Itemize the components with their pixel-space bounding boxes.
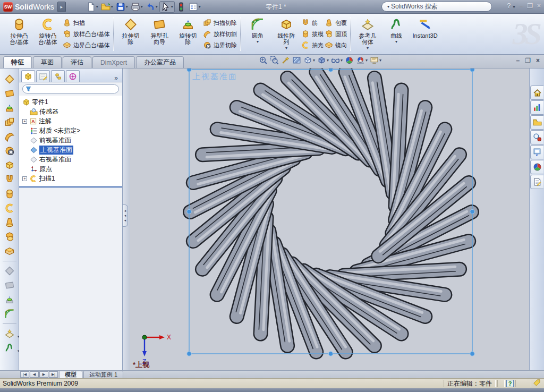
help-button[interactable]: ? ▾ (507, 2, 515, 10)
selection-handle[interactable] (187, 69, 191, 72)
box-icon[interactable] (3, 231, 16, 243)
loft-icon[interactable] (3, 116, 16, 129)
ribbon-button-linear-pattern[interactable]: 线性阵列▾ (273, 15, 300, 53)
dimxpertmanager-tab[interactable] (66, 70, 80, 82)
menu-expand-button[interactable]: ▸ (57, 2, 66, 12)
selection-handle[interactable] (470, 209, 474, 214)
zoom-to-area-icon[interactable] (270, 56, 279, 65)
view-palette-icon[interactable] (530, 145, 543, 159)
tab-办公室产品[interactable]: 办公室产品 (136, 56, 184, 68)
panel-collapse-handle[interactable]: ◂◂◂ (123, 204, 128, 227)
section-view-icon[interactable] (292, 56, 301, 65)
view-orientation-icon[interactable]: ▾ (303, 56, 315, 65)
doc-minimize-button[interactable]: – (516, 57, 520, 64)
rebuild-icon[interactable] (175, 2, 187, 12)
select-icon[interactable]: ▾ (159, 1, 175, 13)
apply-scene-icon[interactable]: ▾ (356, 56, 368, 65)
panel-tabs-overflow[interactable]: » (114, 74, 120, 82)
tree-filter-input[interactable] (22, 84, 119, 93)
ribbon-button-shell[interactable]: 抽壳 (301, 40, 324, 50)
restore-button[interactable]: ❐ (527, 2, 533, 10)
delete-face-icon[interactable] (3, 216, 16, 229)
file-explorer-icon[interactable] (530, 115, 543, 130)
surface-icon[interactable] (3, 159, 16, 172)
featuremanager-tab[interactable] (21, 70, 35, 82)
propertymanager-tab[interactable] (36, 70, 50, 82)
tab-DimXpert[interactable]: DimXpert (92, 56, 135, 68)
hide-show-items-icon[interactable]: ▾ (331, 56, 343, 65)
edit-appearance-icon[interactable] (345, 56, 354, 65)
tab-草图[interactable]: 草图 (33, 56, 62, 68)
panel-splitter[interactable]: ◂◂◂ (123, 69, 130, 370)
model-canvas[interactable]: X Z (130, 69, 529, 370)
doc-close-button[interactable]: × (536, 57, 540, 64)
ribbon-button-mirror[interactable]: 镜向 (325, 40, 347, 50)
tag-icon[interactable] (533, 379, 541, 388)
sweep-icon[interactable] (3, 101, 16, 114)
print-icon[interactable]: ▾ (130, 2, 144, 12)
display-style-icon[interactable]: ▾ (317, 56, 329, 65)
boss-icon[interactable] (3, 173, 16, 186)
design-library-icon[interactable] (530, 100, 543, 115)
shell-icon[interactable] (3, 245, 16, 258)
tab-nav-0[interactable]: |◀ (20, 371, 29, 378)
ribbon-button-extrude-cut[interactable]: 拉伸切除 (117, 15, 144, 53)
ribbon-button-dome[interactable]: 圆顶 (325, 29, 347, 39)
expander-icon[interactable]: + (22, 176, 27, 181)
search-input[interactable]: SolidWorks 搜索 (391, 2, 438, 11)
previous-view-icon[interactable] (281, 56, 290, 65)
solidworks-resources-icon[interactable] (530, 86, 543, 100)
flex-icon[interactable] (3, 202, 16, 215)
plane-gray-icon[interactable] (3, 293, 16, 306)
new-document-icon[interactable]: ▾ (85, 2, 99, 12)
selection-handle[interactable] (328, 69, 333, 72)
ribbon-button-sweep-cut[interactable]: 扫描切除 (203, 18, 237, 28)
selection-handle[interactable] (328, 352, 333, 356)
custom-properties-icon[interactable] (530, 175, 543, 189)
pattern-gray-icon[interactable] (3, 265, 16, 277)
tab-特征[interactable]: 特征 (3, 56, 32, 68)
ribbon-button-revolve-cut[interactable]: 旋转切除 (174, 15, 202, 53)
open-icon[interactable]: ▾ (100, 2, 114, 12)
undo-icon[interactable]: ▾ (144, 2, 159, 12)
plane-feature-icon[interactable] (3, 144, 16, 157)
tree-item-材质 <未指定>[interactable]: 材质 <未指定> (19, 126, 122, 135)
quick-tips-icon[interactable]: ? (506, 380, 514, 387)
doc-tab-模型[interactable]: 模型 (59, 371, 82, 378)
save-icon[interactable]: ▾ (115, 2, 129, 12)
tree-item-上视基准面[interactable]: 上视基准面 (19, 145, 122, 155)
tree-item-传感器[interactable]: 传感器 (19, 107, 122, 116)
ribbon-button-rib[interactable]: 筋 (301, 18, 324, 28)
ribbon-button-revolve-boss[interactable]: 旋转凸台/基体 (34, 15, 62, 53)
graphics-viewport[interactable]: X Z 上视基准面 *上视 (130, 69, 529, 370)
tab-nav-2[interactable]: ▶ (39, 371, 48, 378)
tree-item-零件1[interactable]: 零件1 (19, 97, 122, 107)
options-icon[interactable]: ▾ (188, 2, 202, 12)
search-tab-icon[interactable] (530, 130, 543, 144)
configurationmanager-tab[interactable] (51, 70, 65, 82)
reference-geometry-icon[interactable]: ▾ (3, 327, 16, 340)
ribbon-button-reference-geometry[interactable]: 参考几何体▾ (354, 15, 381, 53)
expander-icon[interactable]: + (22, 119, 27, 124)
ribbon-button-sweep[interactable]: 扫描 (63, 18, 110, 28)
tree-item-前视基准面[interactable]: 前视基准面 (19, 135, 122, 145)
tab-nav-1[interactable]: ◀ (30, 371, 39, 378)
tree-item-右视基准面[interactable]: 右视基准面 (19, 155, 122, 164)
tree-item-原点[interactable]: 原点 (19, 164, 122, 174)
fillet-icon[interactable] (3, 308, 16, 320)
ribbon-button-boundary[interactable]: 边界凸台/基体 (63, 40, 110, 50)
ribbon-button-extrude-boss[interactable]: 拉伸凸台/基体 (5, 15, 33, 53)
ribbon-button-draft[interactable]: 拔模 (301, 29, 324, 39)
curves-icon[interactable]: ▾ (3, 342, 16, 354)
zoom-to-fit-icon[interactable] (259, 56, 268, 65)
ribbon-button-fillet[interactable]: 圆角▾ (244, 15, 271, 53)
tree-item-扫描1[interactable]: +扫描1 (19, 174, 122, 183)
search-box[interactable]: ▾ SolidWorks 搜索 (381, 2, 492, 12)
selection-handle[interactable] (470, 352, 474, 356)
ribbon-button-wrap[interactable]: 包覆 (325, 18, 347, 28)
view-settings-icon[interactable]: ▾ (370, 56, 381, 65)
revolve-boss-icon[interactable] (3, 87, 16, 100)
tree-item-注解[interactable]: +A注解 (19, 116, 122, 126)
boundary-icon[interactable] (3, 130, 16, 143)
ribbon-button-boundary-cut[interactable]: 边界切除 (203, 40, 237, 50)
